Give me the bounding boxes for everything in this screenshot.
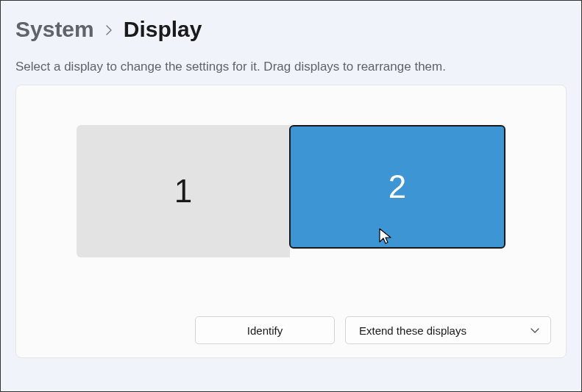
- monitors-stage: 1 2: [16, 125, 566, 257]
- identify-button[interactable]: Identify: [195, 316, 335, 344]
- monitor-2-selected[interactable]: 2: [289, 125, 505, 249]
- display-mode-label: Extend these displays: [356, 324, 530, 337]
- display-arrange-panel: 1 2 Identify Extend these displays: [15, 85, 567, 358]
- chevron-right-icon: [104, 21, 113, 40]
- monitor-1[interactable]: 1: [77, 125, 290, 257]
- breadcrumb: System Display: [15, 17, 567, 42]
- page-title: Display: [124, 17, 202, 42]
- page-description: Select a display to change the settings …: [15, 60, 567, 74]
- action-row: Identify Extend these displays: [195, 316, 551, 344]
- breadcrumb-parent-link[interactable]: System: [15, 17, 94, 42]
- chevron-down-icon: [530, 324, 540, 337]
- display-mode-dropdown[interactable]: Extend these displays: [345, 316, 551, 344]
